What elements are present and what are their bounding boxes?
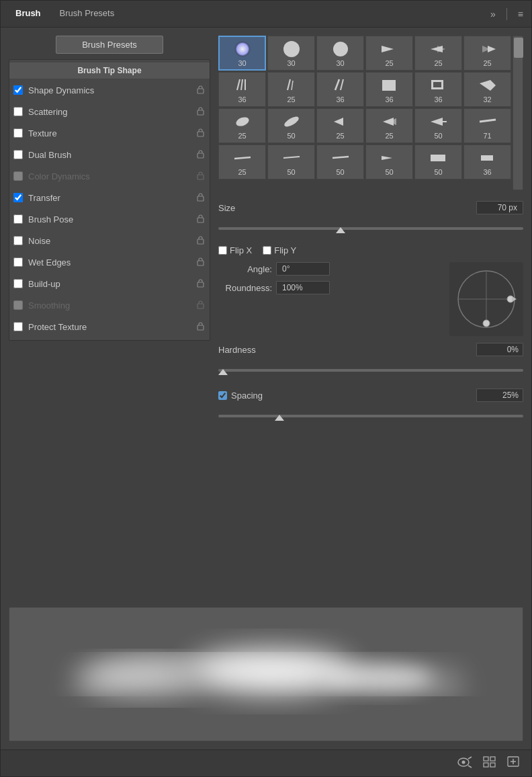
brush-cell-2-1[interactable]: 50 <box>267 108 315 143</box>
svg-rect-6 <box>197 218 204 222</box>
spacing-slider[interactable] <box>218 409 523 423</box>
svg-rect-43 <box>431 155 445 161</box>
label-smoothing: Smoothing <box>28 300 194 311</box>
brush-cell-2-3[interactable]: 25 <box>365 108 413 143</box>
checkbox-scattering[interactable] <box>13 107 23 116</box>
svg-line-38 <box>480 120 496 122</box>
checkbox-transfer[interactable] <box>13 193 23 202</box>
option-row-texture[interactable]: Texture <box>9 122 210 144</box>
checkbox-color-dynamics[interactable] <box>13 171 23 181</box>
brush-cell-0-2[interactable]: 30 <box>316 36 364 71</box>
label-brush-pose: Brush Pose <box>28 214 194 224</box>
option-row-scattering[interactable]: Scattering <box>9 101 210 122</box>
brush-cell-2-5[interactable]: 71 <box>463 108 511 143</box>
checkbox-protect-texture[interactable] <box>13 322 23 331</box>
new-brush-icon[interactable] <box>504 755 523 772</box>
angle-wheel[interactable] <box>449 262 523 336</box>
brush-cell-1-0[interactable]: 36 <box>218 72 266 107</box>
menu-icon[interactable]: ≡ <box>515 7 526 21</box>
brush-cell-0-4[interactable]: 25 <box>414 36 462 71</box>
brush-cell-0-5[interactable]: 25 <box>463 36 511 71</box>
spacing-input[interactable] <box>476 388 523 402</box>
size-slider[interactable] <box>218 221 523 236</box>
brush-cell-1-1[interactable]: 25 <box>267 72 315 107</box>
brush-cell-0-0[interactable]: 30 <box>218 36 266 71</box>
checkbox-wet-edges[interactable] <box>13 257 23 267</box>
eye-pencil-icon[interactable] <box>455 755 475 772</box>
option-row-wet-edges[interactable]: Wet Edges <box>9 251 210 273</box>
option-row-protect-texture[interactable]: Protect Texture <box>9 316 210 337</box>
flip-y-label[interactable]: Flip Y <box>263 245 296 255</box>
checkbox-build-up[interactable] <box>13 279 23 288</box>
brush-icon-arrow4 <box>379 113 400 130</box>
svg-line-40 <box>283 157 300 158</box>
size-input[interactable] <box>476 201 523 214</box>
brush-cell-1-5[interactable]: 32 <box>463 72 511 107</box>
lock-icon-shape-dynamics <box>197 85 204 95</box>
brush-size-label: 50 <box>434 168 442 176</box>
hardness-slider[interactable] <box>218 363 523 378</box>
angle-roundness-area: Angle: Roundness: <box>218 262 523 336</box>
tab-icons: » ≡ <box>488 7 526 21</box>
lock-icon-transfer <box>197 193 204 203</box>
brush-icon-line4 <box>330 149 351 167</box>
brush-cell-2-0[interactable]: 25 <box>218 108 266 143</box>
tab-brush-presets[interactable]: Brush Presets <box>50 3 124 25</box>
option-row-noise[interactable]: Noise <box>9 230 210 251</box>
checkbox-texture[interactable] <box>13 128 23 138</box>
brush-cell-0-3[interactable]: 25 <box>365 36 413 71</box>
brush-cell-3-4[interactable]: 50 <box>414 145 462 179</box>
brush-size-label: 32 <box>483 95 491 104</box>
checkbox-dual-brush[interactable] <box>13 150 23 159</box>
brush-cell-1-4[interactable]: 36 <box>414 72 462 107</box>
brush-cell-3-3[interactable]: 50 <box>365 145 413 179</box>
flip-x-checkbox[interactable] <box>218 246 227 255</box>
brush-size-label: 25 <box>238 132 246 140</box>
brush-icon-rect1 <box>428 149 449 167</box>
brush-presets-button[interactable]: Brush Presets <box>56 36 163 54</box>
brush-cell-0-1[interactable]: 30 <box>267 36 315 71</box>
svg-line-25 <box>335 79 339 90</box>
checkbox-shape-dynamics[interactable] <box>13 85 23 95</box>
brush-cell-2-2[interactable]: 25 <box>316 108 364 143</box>
brush-icon-arrow-r <box>379 40 400 58</box>
checkbox-noise[interactable] <box>13 236 23 245</box>
size-label: Size <box>218 203 471 213</box>
brush-size-label: 50 <box>434 132 442 140</box>
brush-cell-3-1[interactable]: 50 <box>267 145 315 179</box>
option-row-shape-dynamics[interactable]: Shape Dynamics <box>9 79 210 101</box>
grid-scrollbar[interactable] <box>513 36 523 190</box>
brush-cell-1-3[interactable]: 36 <box>365 72 413 107</box>
spacing-slider-thumb[interactable] <box>275 415 284 421</box>
svg-point-50 <box>483 320 490 327</box>
angle-input[interactable] <box>276 262 330 276</box>
grid-icon[interactable] <box>480 755 499 772</box>
hardness-input[interactable] <box>476 343 523 356</box>
brush-cell-1-2[interactable]: 36 <box>316 72 364 107</box>
controls-area: Size Flip X Flip Y <box>218 201 523 426</box>
option-row-color-dynamics[interactable]: Color Dynamics <box>9 165 210 187</box>
tab-brush[interactable]: Brush <box>6 3 50 25</box>
flip-y-checkbox[interactable] <box>263 246 271 255</box>
brush-cell-3-2[interactable]: 50 <box>316 145 364 179</box>
hardness-slider-thumb[interactable] <box>218 369 228 375</box>
brush-icon-square1 <box>379 77 400 94</box>
brush-cell-3-5[interactable]: 36 <box>463 145 511 179</box>
flip-x-label[interactable]: Flip X <box>218 245 252 255</box>
grid-scrollbar-thumb[interactable] <box>514 38 523 58</box>
option-row-brush-pose[interactable]: Brush Pose <box>9 208 210 230</box>
brush-cell-3-0[interactable]: 25 <box>218 145 266 179</box>
option-row-smoothing[interactable]: Smoothing <box>9 294 210 316</box>
option-row-dual-brush[interactable]: Dual Brush <box>9 144 210 165</box>
option-row-transfer[interactable]: Transfer <box>9 187 210 208</box>
checkbox-brush-pose[interactable] <box>13 214 23 224</box>
size-slider-thumb[interactable] <box>336 227 345 233</box>
spacing-checkbox[interactable] <box>218 391 227 400</box>
roundness-input[interactable] <box>276 281 330 294</box>
svg-rect-8 <box>197 261 204 265</box>
checkbox-smoothing[interactable] <box>13 300 23 310</box>
option-row-build-up[interactable]: Build-up <box>9 273 210 294</box>
spacing-check[interactable]: Spacing <box>218 391 263 401</box>
brush-cell-2-4[interactable]: 50 <box>414 108 462 143</box>
expand-icon[interactable]: » <box>488 7 498 21</box>
